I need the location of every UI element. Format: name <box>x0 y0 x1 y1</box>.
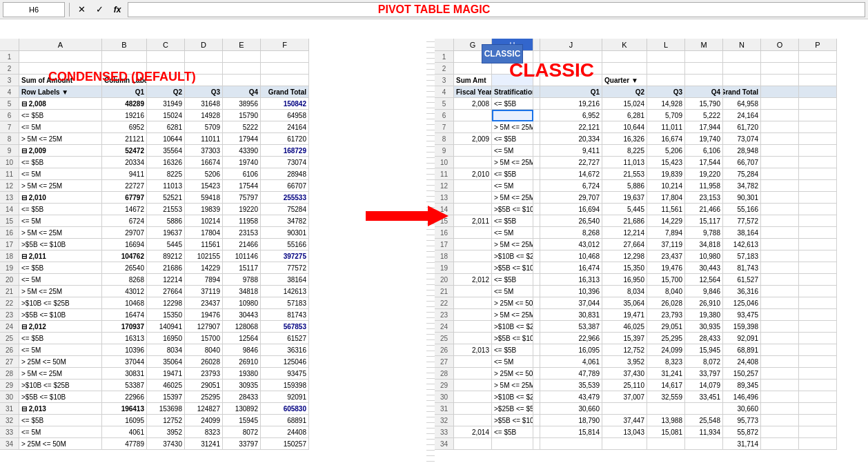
row-number: 23 <box>435 309 454 321</box>
right-pivot-table: G H J K L M N O P 123Sum AmtQuarter ▼4Fi… <box>435 39 868 450</box>
table-row: 13> 5M <= 25M29,70719,63717,80423,15390,… <box>435 192 868 204</box>
table-row: 33 <= 5M406139528323807224408 <box>0 426 435 438</box>
row-number: 21 <box>0 286 19 297</box>
row-number: 18 <box>0 250 19 262</box>
col-header-l[interactable]: L <box>647 39 685 51</box>
name-box[interactable] <box>3 2 65 17</box>
row-number: 3 <box>435 75 454 86</box>
row-number: 8 <box>0 133 19 145</box>
row-number: 29 <box>435 380 454 391</box>
col-header-o[interactable]: O <box>761 39 799 51</box>
table-row: 4Fiscal Year ▼Stratification ▼Q1Q2Q3Q4Gr… <box>435 86 868 98</box>
row-number: 22 <box>435 297 454 309</box>
row-number: 3 <box>0 75 19 86</box>
table-row: 14 <= $5B1467221553198391922075284 <box>0 204 435 215</box>
table-row: 28 > 5M <= 25M3083119471237931938093475 <box>0 368 435 380</box>
row-number: 15 <box>435 215 454 227</box>
table-row: 5⊟ 2,00848289319493164838956150842 <box>0 98 435 110</box>
table-row: 13⊟ 2,01067797525215941875797255533 <box>0 192 435 204</box>
row-number: 12 <box>435 180 454 192</box>
corner-cell <box>0 39 19 51</box>
col-header-d[interactable]: D <box>185 39 223 51</box>
table-row: 7> 5M <= 25M22,12110,64411,01117,94461,7… <box>435 121 868 133</box>
row-number: 34 <box>435 438 454 450</box>
table-row: 152,011<= $5B26,54021,68614,22915,11777,… <box>435 215 868 227</box>
row-number: 7 <box>435 121 454 133</box>
row-number: 13 <box>0 192 19 204</box>
table-row: 3Sum AmtQuarter ▼ <box>435 75 868 86</box>
table-row: 82,009<= $5B20,33416,32616,67419,74073,0… <box>435 133 868 145</box>
row-number: 8 <box>435 133 454 145</box>
col-header-c[interactable]: C <box>147 39 185 51</box>
row-number: 32 <box>0 415 19 426</box>
left-data-rows: 5⊟ 2,008482893194931648389561508426 <= $… <box>0 98 435 450</box>
right-data-rows: 52,008<= $5B19,21615,02414,92815,79064,9… <box>435 98 868 450</box>
col-header-a[interactable]: A <box>19 39 102 51</box>
table-row: 18⊟ 2,01110476289212102155101146397275 <box>0 250 435 262</box>
row-number: 31 <box>0 403 19 415</box>
table-row: 3Sum of AmountColumn Labels ▼ <box>0 75 435 86</box>
row-number: 33 <box>0 426 19 438</box>
table-row: 10 <= $5B2033416326166741974073074 <box>0 157 435 168</box>
row-number: 15 <box>0 215 19 227</box>
table-row: 7 <= 5M695262815709522224164 <box>0 121 435 133</box>
col-header-j[interactable]: J <box>540 39 602 51</box>
table-row: 19 <= $5B2654021686142291511777572 <box>0 262 435 274</box>
row-number: 19 <box>435 262 454 274</box>
table-row: 30 >$5B <= $10B2296615397252952843392091 <box>0 391 435 403</box>
table-row: 112,010<= $5B14,67221,55319,83919,22075,… <box>435 168 868 180</box>
table-row: 17> 5M <= 25M43,01227,66437,11934,818142… <box>435 239 868 250</box>
table-row: 20 <= 5M8268122147894978838164 <box>0 274 435 286</box>
table-row: 16<= 5M8,26812,2147,8949,78838,164 <box>435 227 868 239</box>
right-corner-cell <box>435 39 454 51</box>
table-row: 8 > 5M <= 25M2112110644110111794461720 <box>0 133 435 145</box>
insert-function-btn[interactable]: fx <box>110 2 125 17</box>
row-number: 16 <box>435 227 454 239</box>
row-number: 28 <box>0 368 19 380</box>
table-row: 24>$10B <= $25B53,38746,02529,05130,9351… <box>435 321 868 333</box>
row-number: 32 <box>435 415 454 426</box>
col-header-m[interactable]: M <box>685 39 723 51</box>
table-row: 32>$5B <= $10B18,79037,44713,98825,54895… <box>435 415 868 426</box>
confirm-formula-btn[interactable]: ✓ <box>92 2 107 17</box>
left-pivot-table: A B C D E F 123Sum of AmountColumn Label… <box>0 39 435 450</box>
table-row: 21 > 5M <= 25M43012276643711934818142613 <box>0 286 435 297</box>
col-header-n[interactable]: N <box>723 39 761 51</box>
row-number: 9 <box>435 145 454 157</box>
table-row: 9⊟ 2,00952472355643730343390168729 <box>0 145 435 157</box>
table-row: 29 >$10B <= $25B533874602529051309351593… <box>0 380 435 391</box>
row-number: 14 <box>0 204 19 215</box>
table-row: 2 <box>0 63 435 75</box>
row-number: 28 <box>435 368 454 380</box>
row-number: 31 <box>435 403 454 415</box>
col-header-e[interactable]: E <box>223 39 261 51</box>
col-header-i[interactable] <box>533 39 540 51</box>
table-row: 25 <= $5B1631316950157001256461527 <box>0 333 435 344</box>
formula-input[interactable] <box>128 2 865 17</box>
row-number: 25 <box>0 333 19 344</box>
row-number: 11 <box>0 168 19 180</box>
table-row: 10> 5M <= 25M22,72711,01315,42317,54466,… <box>435 157 868 168</box>
table-row: 26 <= 5M1039680348040984636316 <box>0 344 435 356</box>
row-number: 10 <box>0 157 19 168</box>
col-header-f[interactable]: F <box>261 39 309 51</box>
table-row: 11 <= 5M941182255206610628948 <box>0 168 435 180</box>
table-row: 15 <= 5M67245886102141195834782 <box>0 215 435 227</box>
col-header-b[interactable]: B <box>102 39 147 51</box>
row-number: 21 <box>435 286 454 297</box>
table-row: 12 > 5M <= 25M2272711013154231754466707 <box>0 180 435 192</box>
cancel-formula-btn[interactable]: ✕ <box>74 2 89 17</box>
table-row: 27 > 25M <= 50M3704435064260282691012504… <box>0 356 435 368</box>
row-number: 26 <box>0 344 19 356</box>
row-number: 30 <box>0 391 19 403</box>
table-row: 28> 25M <= 50M47,78937,43031,24133,79715… <box>435 368 868 380</box>
col-header-p[interactable]: P <box>799 39 837 51</box>
classic-button[interactable]: CLASSIC <box>482 44 523 63</box>
table-row: 1 <box>0 51 435 63</box>
table-row: 17 >$5B <= $10B166945445115612146655166 <box>0 239 435 250</box>
table-row: 6 <= $5B1921615024149281579064958 <box>0 110 435 121</box>
table-row: 21<= 5M10,3968,0348,0409,84636,316 <box>435 286 868 297</box>
row-number: 9 <box>0 145 19 157</box>
table-row: 52,008<= $5B19,21615,02414,92815,79064,9… <box>435 98 868 110</box>
col-header-k[interactable]: K <box>602 39 647 51</box>
